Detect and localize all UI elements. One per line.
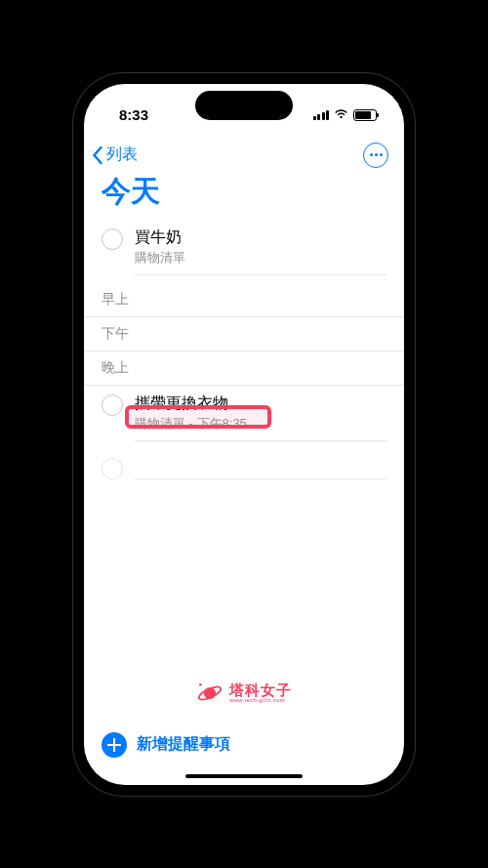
- radio-unchecked[interactable]: [102, 394, 123, 416]
- add-reminder-button[interactable]: 新增提醒事項: [102, 732, 230, 758]
- back-label: 列表: [106, 145, 138, 165]
- battery-icon: [353, 109, 377, 121]
- status-time: 8:33: [119, 106, 148, 123]
- reminder-sub: 購物清單 - 下午8:35: [135, 415, 386, 433]
- add-reminder-label: 新增提醒事項: [137, 734, 230, 755]
- radio-placeholder[interactable]: [102, 458, 123, 479]
- cellular-icon: [313, 110, 330, 120]
- watermark-title: 塔科女子: [229, 682, 292, 697]
- reminder-item[interactable]: 攜帶更換衣物 購物清單 - 下午8:35: [84, 386, 404, 449]
- section-morning: 早上: [84, 283, 404, 317]
- page-title: 今天: [84, 170, 404, 220]
- reminder-sub: 購物清單: [135, 249, 386, 267]
- watermark: 塔科女子 www.tech-girlz.com: [196, 680, 292, 707]
- reminder-title: 攜帶更換衣物: [135, 393, 386, 414]
- section-afternoon: 下午: [84, 317, 404, 351]
- screen: 8:33 列表 今天 買牛奶: [84, 84, 404, 785]
- reminder-title: 買牛奶: [135, 227, 386, 248]
- ellipsis-icon: [370, 153, 383, 156]
- more-button[interactable]: [363, 143, 388, 168]
- reminder-item-empty[interactable]: [84, 449, 404, 487]
- nav-bar: 列表: [84, 139, 404, 170]
- svg-point-2: [199, 682, 202, 685]
- planet-icon: [196, 680, 224, 707]
- reminder-item[interactable]: 買牛奶 購物清單: [84, 220, 404, 283]
- phone-frame: 8:33 列表 今天 買牛奶: [73, 73, 415, 796]
- back-button[interactable]: 列表: [92, 145, 138, 165]
- section-evening: 晚上: [84, 351, 404, 386]
- status-icons: [313, 106, 378, 124]
- home-indicator[interactable]: [185, 774, 303, 778]
- watermark-url: www.tech-girlz.com: [229, 697, 292, 703]
- dynamic-island: [195, 91, 293, 120]
- wifi-icon: [334, 106, 348, 124]
- plus-circle-icon: [102, 732, 127, 758]
- radio-unchecked[interactable]: [102, 228, 123, 250]
